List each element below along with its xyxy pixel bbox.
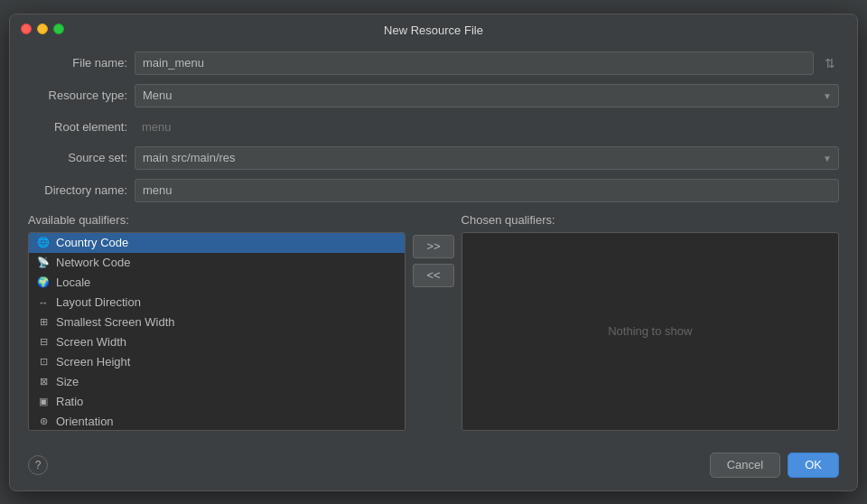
available-qualifiers-label: Available qualifiers:	[28, 213, 406, 227]
qualifier-item-smallest-screen-width[interactable]: ⊞ Smallest Screen Width	[29, 313, 405, 332]
qualifier-arrow-buttons: >> <<	[413, 213, 453, 287]
minimize-button[interactable]	[37, 23, 48, 34]
qualifier-item-country-code[interactable]: 🌐 Country Code	[29, 233, 405, 253]
size-icon: ⊠	[36, 375, 51, 389]
network-code-icon: 📡	[36, 256, 51, 270]
maximize-button[interactable]	[53, 23, 64, 34]
remove-qualifier-button[interactable]: <<	[413, 264, 453, 287]
qualifier-item-orientation[interactable]: ⊛ Orientation	[29, 412, 405, 431]
file-name-row: File name: ⇅	[28, 51, 839, 75]
dialog-footer: ? Cancel OK	[10, 445, 857, 490]
ok-button[interactable]: OK	[788, 453, 839, 478]
chosen-qualifiers-label: Chosen qualifiers:	[461, 213, 839, 227]
dialog-body: File name: ⇅ Resource type: Menu Layout …	[10, 44, 857, 445]
qualifier-item-network-code[interactable]: 📡 Network Code	[29, 253, 405, 273]
root-element-row: Root element: menu	[28, 117, 839, 137]
qualifier-item-label: Screen Height	[56, 355, 130, 369]
screen-height-icon: ⊡	[36, 355, 51, 369]
available-qualifiers-list[interactable]: 🌐 Country Code 📡 Network Code 🌍 Locale ↔…	[28, 232, 406, 431]
chosen-qualifiers-panel: Chosen qualifiers: Nothing to show	[461, 213, 839, 431]
directory-name-label: Directory name:	[28, 183, 127, 197]
resource-type-row: Resource type: Menu Layout Values Drawab…	[28, 84, 839, 107]
qualifier-item-label: Layout Direction	[56, 295, 141, 309]
nothing-to-show-text: Nothing to show	[608, 324, 692, 338]
qualifier-item-screen-height[interactable]: ⊡ Screen Height	[29, 352, 405, 372]
root-element-value: menu	[135, 117, 839, 137]
root-element-label: Root element:	[28, 120, 127, 134]
available-qualifiers-panel: Available qualifiers: 🌐 Country Code 📡 N…	[28, 213, 406, 431]
qualifier-item-size[interactable]: ⊠ Size	[29, 372, 405, 392]
new-resource-file-dialog: New Resource File File name: ⇅ Resource …	[9, 14, 858, 491]
chosen-qualifiers-list: Nothing to show	[461, 232, 839, 431]
qualifier-item-label: Orientation	[56, 415, 114, 428]
qualifier-item-label: Size	[56, 375, 79, 388]
qualifier-item-label: Screen Width	[56, 335, 126, 349]
resource-type-label: Resource type:	[28, 89, 127, 102]
source-set-select[interactable]: main src/main/res test src/test/res	[135, 146, 839, 170]
directory-name-input[interactable]	[135, 179, 839, 202]
directory-name-row: Directory name:	[28, 179, 839, 202]
title-bar: New Resource File	[10, 14, 857, 44]
qualifier-item-ratio[interactable]: ▣ Ratio	[29, 392, 405, 412]
screen-width-icon: ⊟	[36, 335, 51, 350]
source-set-row: Source set: main src/main/res test src/t…	[28, 146, 839, 170]
cancel-button[interactable]: Cancel	[710, 453, 780, 478]
traffic-lights	[21, 23, 64, 34]
resource-type-select[interactable]: Menu Layout Values Drawable Mipmap	[135, 84, 839, 107]
resource-type-select-wrapper: Menu Layout Values Drawable Mipmap ▼	[135, 84, 839, 107]
source-set-select-wrapper: main src/main/res test src/test/res ▼	[135, 146, 839, 170]
ratio-icon: ▣	[36, 395, 51, 409]
smallest-screen-width-icon: ⊞	[36, 315, 51, 330]
add-qualifier-button[interactable]: >>	[413, 235, 453, 258]
sort-icon[interactable]: ⇅	[821, 54, 839, 72]
file-name-label: File name:	[28, 56, 127, 70]
qualifier-item-screen-width[interactable]: ⊟ Screen Width	[29, 332, 405, 352]
country-code-icon: 🌐	[36, 236, 51, 250]
dialog-title: New Resource File	[24, 23, 843, 37]
qualifier-item-label: Country Code	[56, 236, 128, 249]
file-name-input[interactable]	[135, 51, 814, 75]
qualifier-item-label: Locale	[56, 275, 90, 289]
qualifier-item-layout-direction[interactable]: ↔ Layout Direction	[29, 293, 405, 313]
qualifier-item-locale[interactable]: 🌍 Locale	[29, 273, 405, 293]
orientation-icon: ⊛	[36, 415, 51, 429]
qualifiers-section: Available qualifiers: 🌐 Country Code 📡 N…	[28, 213, 839, 431]
qualifier-item-label: Ratio	[56, 395, 83, 408]
qualifier-item-label: Smallest Screen Width	[56, 315, 175, 329]
locale-icon: 🌍	[36, 275, 51, 290]
close-button[interactable]	[21, 23, 32, 34]
layout-direction-icon: ↔	[36, 295, 51, 310]
source-set-label: Source set:	[28, 151, 127, 164]
help-button[interactable]: ?	[28, 455, 48, 475]
qualifier-item-label: Network Code	[56, 256, 130, 269]
